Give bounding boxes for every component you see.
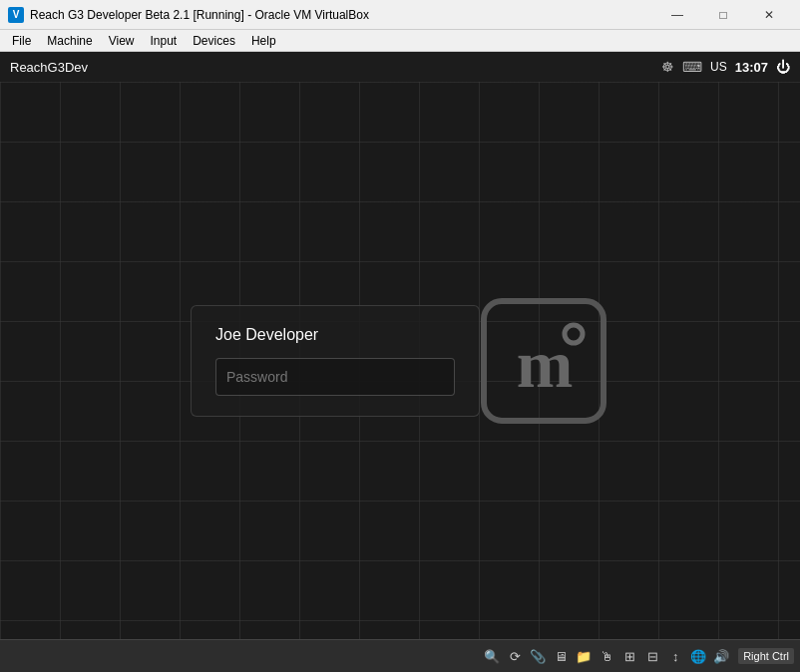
menu-devices[interactable]: Devices [185,32,243,50]
login-card: Joe Developer m [191,305,480,417]
login-box: Joe Developer m [191,305,609,417]
window-controls: ― □ ✕ [654,0,792,30]
right-ctrl-label: Right Ctrl [738,648,794,664]
taskbar-icon-1[interactable]: 🔍 [482,646,502,666]
taskbar-icon-10[interactable]: 🌐 [688,646,708,666]
menu-bar: File Machine View Input Devices Help [0,30,800,52]
vm-screen[interactable]: Joe Developer m [0,82,800,639]
keyboard-icon: ⌨ [682,59,702,75]
taskbar-icon-8[interactable]: ⊟ [642,646,662,666]
menu-view[interactable]: View [101,32,143,50]
taskbar-icon-4[interactable]: 🖥 [551,646,571,666]
window-title: Reach G3 Developer Beta 2.1 [Running] - … [30,8,654,22]
keyboard-layout: US [710,60,727,74]
taskbar: 🔍 ⟳ 📎 🖥 📁 🖱 ⊞ ⊟ ↕ 🌐 🔊 Right Ctrl [0,639,800,672]
app-icon: V [8,7,24,23]
menu-help[interactable]: Help [243,32,284,50]
taskbar-icon-5[interactable]: 📁 [574,646,594,666]
username-label: Joe Developer [215,326,455,344]
vm-name: ReachG3Dev [10,60,661,75]
vm-status-icons: ☸ ⌨ US 13:07 ⏻ [661,59,790,75]
menu-input[interactable]: Input [143,32,186,50]
taskbar-icon-3[interactable]: 📎 [528,646,548,666]
maximize-button[interactable]: □ [700,0,746,30]
vm-clock: 13:07 [735,60,768,75]
taskbar-icon-6[interactable]: 🖱 [597,646,616,666]
password-input[interactable] [215,358,455,396]
taskbar-icon-2[interactable]: ⟳ [505,646,525,666]
menu-file[interactable]: File [4,32,39,50]
taskbar-icon-9[interactable]: ↕ [665,646,685,666]
taskbar-icon-11[interactable]: 🔊 [711,646,731,666]
close-button[interactable]: ✕ [746,0,792,30]
vm-header: ReachG3Dev ☸ ⌨ US 13:07 ⏻ [0,52,800,82]
menu-machine[interactable]: Machine [39,32,100,50]
power-icon[interactable]: ⏻ [776,59,790,75]
title-bar: V Reach G3 Developer Beta 2.1 [Running] … [0,0,800,30]
taskbar-icon-7[interactable]: ⊞ [619,646,639,666]
mint-logo: m [479,296,608,426]
minimize-button[interactable]: ― [654,0,700,30]
accessibility-icon: ☸ [661,59,674,75]
